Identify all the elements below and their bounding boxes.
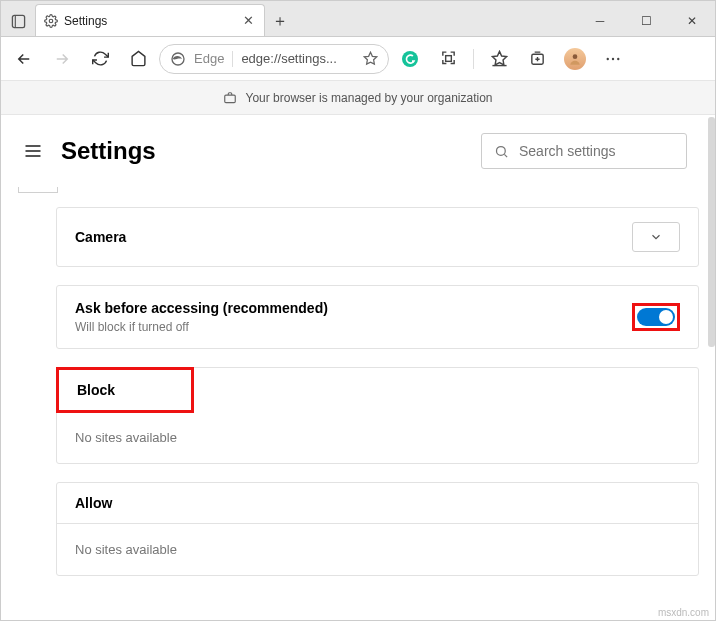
camera-card: Camera: [56, 207, 699, 267]
back-button[interactable]: [7, 42, 41, 76]
settings-header: Settings: [1, 115, 715, 187]
briefcase-icon: [223, 91, 237, 105]
managed-notice-text: Your browser is managed by your organiza…: [245, 91, 492, 105]
window-controls: ─ ☐ ✕: [577, 6, 715, 36]
settings-search[interactable]: [481, 133, 687, 169]
svg-point-5: [402, 51, 418, 67]
window-title-bar: Settings ✕ ＋ ─ ☐ ✕: [1, 1, 715, 37]
ask-title: Ask before accessing (recommended): [75, 300, 328, 316]
search-icon: [494, 144, 509, 159]
svg-rect-14: [225, 95, 236, 103]
maximize-button[interactable]: ☐: [623, 6, 669, 36]
block-heading: Block: [56, 367, 194, 413]
browser-tab[interactable]: Settings ✕: [35, 4, 265, 36]
browser-toolbar: Edge edge://settings...: [1, 37, 715, 81]
ask-subtitle: Will block if turned off: [75, 320, 328, 334]
forward-button[interactable]: [45, 42, 79, 76]
svg-point-18: [497, 146, 506, 155]
svg-point-12: [612, 57, 614, 59]
svg-rect-1: [14, 15, 15, 27]
svg-line-19: [504, 154, 507, 157]
scrollbar-thumb[interactable]: [708, 117, 715, 347]
tab-close-button[interactable]: ✕: [241, 11, 256, 30]
address-bar[interactable]: Edge edge://settings...: [159, 44, 389, 74]
menu-button[interactable]: [23, 141, 43, 161]
page-title: Settings: [61, 137, 156, 165]
block-empty-text: No sites available: [57, 412, 698, 463]
home-button[interactable]: [121, 42, 155, 76]
address-url: edge://settings...: [241, 51, 355, 66]
allow-empty-text: No sites available: [57, 524, 698, 575]
favorite-star-icon[interactable]: [363, 51, 378, 66]
favorites-icon[interactable]: [482, 42, 516, 76]
partial-card-remnant: [18, 187, 58, 193]
svg-point-2: [49, 19, 53, 23]
more-menu-button[interactable]: [596, 42, 630, 76]
collections-icon[interactable]: [520, 42, 554, 76]
ask-before-accessing-toggle[interactable]: [637, 308, 675, 326]
extensions-icon[interactable]: [431, 42, 465, 76]
profile-avatar[interactable]: [558, 42, 592, 76]
allow-heading: Allow: [57, 483, 698, 524]
gear-icon: [44, 14, 58, 28]
extension-grammarly-icon[interactable]: [393, 42, 427, 76]
minimize-button[interactable]: ─: [577, 6, 623, 36]
edge-logo-icon: [170, 51, 186, 67]
camera-expand-button[interactable]: [632, 222, 680, 252]
refresh-button[interactable]: [83, 42, 117, 76]
svg-point-11: [607, 57, 609, 59]
settings-content: Camera Ask before accessing (recommended…: [1, 187, 715, 620]
tab-title: Settings: [64, 14, 107, 28]
allow-section: Allow No sites available: [56, 482, 699, 576]
svg-marker-7: [492, 51, 506, 64]
svg-point-10: [573, 54, 578, 59]
svg-rect-6: [445, 56, 451, 62]
svg-point-13: [617, 57, 619, 59]
settings-search-input[interactable]: [519, 143, 694, 159]
close-window-button[interactable]: ✕: [669, 6, 715, 36]
svg-marker-4: [364, 52, 377, 64]
new-tab-button[interactable]: ＋: [265, 6, 295, 36]
settings-page: Settings Camera Ask before accessing (re…: [1, 115, 715, 620]
address-engine-label: Edge: [194, 51, 224, 66]
camera-label: Camera: [75, 229, 126, 245]
managed-notice-bar: Your browser is managed by your organiza…: [1, 81, 715, 115]
watermark: msxdn.com: [658, 607, 709, 618]
svg-rect-0: [12, 15, 24, 27]
tab-actions-icon[interactable]: [1, 6, 35, 36]
ask-toggle-highlight: [632, 303, 680, 331]
ask-before-accessing-card: Ask before accessing (recommended) Will …: [56, 285, 699, 349]
block-section: Block No sites available: [56, 367, 699, 464]
